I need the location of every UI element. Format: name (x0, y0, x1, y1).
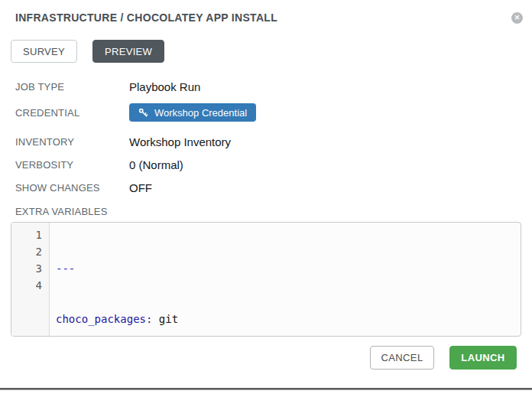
inventory-row: INVENTORY Workshop Inventory (15, 135, 517, 148)
editor-line-numbers: 1 2 3 4 (11, 223, 50, 336)
modal-header: INFRASTRUCTURE / CHOCOLATEY APP INSTALL … (0, 0, 532, 24)
line-number: 1 (11, 226, 42, 243)
inventory-value: Workshop Inventory (129, 135, 231, 148)
job-type-label: JOB TYPE (15, 81, 129, 93)
verbosity-label: VERBOSITY (15, 159, 129, 171)
tab-preview-label: PREVIEW (105, 46, 152, 57)
verbosity-row: VERBOSITY 0 (Normal) (15, 158, 517, 171)
close-icon[interactable]: ✕ (511, 12, 523, 24)
code-line: choco_packages: git (56, 311, 521, 327)
yaml-doc-start: --- (56, 262, 75, 275)
credential-tag[interactable]: Workshop Credential (129, 103, 256, 122)
job-launch-preview-modal: INFRASTRUCTURE / CHOCOLATEY APP INSTALL … (0, 0, 532, 394)
code-line: --- (56, 260, 521, 277)
tab-preview[interactable]: PREVIEW (92, 40, 164, 63)
line-number: 2 (11, 243, 42, 260)
tab-survey[interactable]: SURVEY (11, 40, 77, 63)
modal-title: INFRASTRUCTURE / CHOCOLATEY APP INSTALL (15, 11, 277, 24)
cancel-button[interactable]: CANCEL (370, 346, 434, 370)
launch-button[interactable]: LAUNCH (449, 346, 517, 370)
inventory-label: INVENTORY (15, 136, 129, 148)
show-changes-label: SHOW CHANGES (15, 182, 129, 194)
editor-code-area[interactable]: --- choco_packages: git app_state: prese… (50, 223, 521, 336)
show-changes-value: OFF (129, 181, 152, 194)
key-icon (138, 108, 148, 118)
credential-row: CREDENTIAL Workshop Credential (15, 103, 517, 122)
show-changes-row: SHOW CHANGES OFF (15, 181, 517, 194)
line-number: 3 (11, 260, 42, 277)
job-type-row: JOB TYPE Playbook Run (15, 80, 517, 93)
extra-variables-label: EXTRA VARIABLES (15, 206, 532, 217)
line-number: 4 (11, 277, 42, 294)
credential-tag-label: Workshop Credential (154, 107, 247, 119)
extra-variables-editor[interactable]: 1 2 3 4 --- choco_packages: git app_stat… (11, 222, 521, 337)
tab-survey-label: SURVEY (23, 46, 65, 57)
credential-label: CREDENTIAL (15, 107, 129, 119)
page-edge-divider (0, 388, 532, 390)
tab-bar: SURVEY PREVIEW (11, 40, 532, 63)
job-type-value: Playbook Run (129, 80, 200, 93)
modal-footer: CANCEL LAUNCH (370, 346, 517, 370)
yaml-value: git (152, 313, 178, 325)
yaml-key: choco_packages: (56, 313, 152, 325)
job-details: JOB TYPE Playbook Run CREDENTIAL Worksho… (15, 80, 517, 194)
verbosity-value: 0 (Normal) (129, 158, 183, 171)
close-glyph: ✕ (514, 15, 521, 21)
